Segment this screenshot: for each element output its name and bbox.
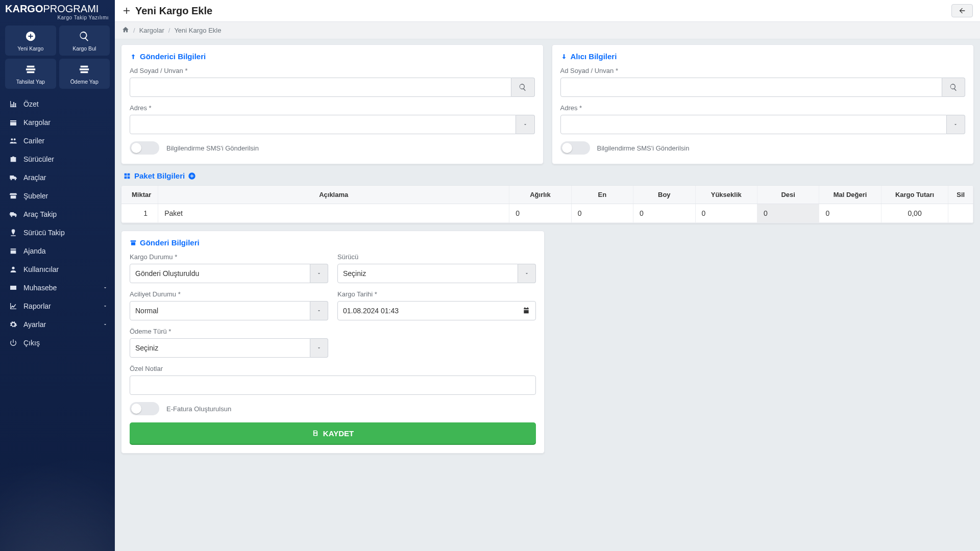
breadcrumb-current: Yeni Kargo Ekle	[174, 27, 221, 34]
store-icon	[9, 192, 17, 200]
packages-title: Paket Bilgileri	[123, 171, 972, 180]
caret-down-icon	[316, 308, 322, 313]
sidebar-nav: Özet Kargolar Cariler Sürücüler Araçlar …	[0, 92, 115, 352]
nav-surucu-takip[interactable]: Sürücü Takip	[0, 223, 115, 242]
einvoice-toggle[interactable]	[130, 402, 159, 415]
driver-dropdown-button[interactable]	[518, 264, 536, 283]
driver-select[interactable]	[337, 264, 518, 283]
receiver-title: Alıcı Bilgileri	[560, 52, 966, 61]
sender-name-input[interactable]	[130, 78, 511, 97]
quick-find-label: Kargo Bul	[61, 45, 108, 52]
receiver-sms-toggle[interactable]	[560, 141, 590, 155]
receiver-name-search-button[interactable]	[942, 78, 965, 97]
cell-sil[interactable]	[948, 204, 973, 223]
breadcrumb-kargolar[interactable]: Kargolar	[139, 27, 164, 34]
nav-suruculer[interactable]: Sürücüler	[0, 150, 115, 168]
sender-address-dropdown-button[interactable]	[516, 115, 534, 134]
status-label: Kargo Durumu *	[130, 253, 328, 261]
receiver-sms-label: Bilgilendirme SMS'i Gönderilsin	[597, 144, 690, 152]
search-icon	[79, 31, 90, 42]
nav-arac-takip[interactable]: Araç Takip	[0, 205, 115, 223]
nav-subeler[interactable]: Şubeler	[0, 187, 115, 205]
cash-register-icon	[79, 64, 90, 75]
priority-dropdown-button[interactable]	[310, 301, 328, 320]
cell-aciklama[interactable]: Paket	[158, 204, 509, 223]
calendar-icon	[9, 247, 17, 255]
caret-down-icon	[953, 122, 958, 127]
payment-select[interactable]	[130, 338, 310, 358]
nav-ayarlar[interactable]: Ayarlar	[0, 315, 115, 334]
sender-sms-toggle[interactable]	[130, 141, 159, 155]
save-icon	[312, 430, 319, 437]
einvoice-label: E-Fatura Oluşturulsun	[166, 405, 231, 413]
chart-icon	[9, 100, 17, 108]
receiver-address-dropdown-button[interactable]	[947, 115, 965, 134]
cell-en[interactable]: 0	[571, 204, 633, 223]
chevron-down-icon	[103, 320, 108, 329]
arrow-up-icon	[130, 53, 137, 60]
save-button[interactable]: KAYDET	[130, 422, 536, 444]
nav-cikis[interactable]: Çıkış	[0, 334, 115, 352]
receiver-card: Alıcı Bilgileri Ad Soyad / Unvan * Adres…	[552, 44, 974, 164]
calendar-icon	[522, 307, 530, 315]
status-select[interactable]	[130, 264, 310, 283]
quick-find-cargo-button[interactable]: Kargo Bul	[59, 26, 110, 56]
caret-down-icon	[523, 122, 528, 127]
cell-yukseklik[interactable]: 0	[695, 204, 757, 223]
chevron-down-icon	[103, 284, 108, 292]
sender-card: Gönderici Bilgileri Ad Soyad / Unvan * A…	[121, 44, 544, 164]
date-input[interactable]: 01.08.2024 01:43	[337, 301, 536, 320]
cash-register-icon	[25, 64, 36, 75]
cell-desi[interactable]: 0	[757, 204, 819, 223]
quick-new-cargo-button[interactable]: Yeni Kargo	[5, 26, 56, 56]
nav-araclar[interactable]: Araçlar	[0, 168, 115, 187]
receiver-name-input[interactable]	[560, 78, 942, 97]
sender-name-search-button[interactable]	[511, 78, 534, 97]
receiver-address-select[interactable]	[560, 115, 947, 134]
table-row[interactable]: 1 Paket 0 0 0 0 0 0 0,00	[121, 204, 973, 223]
col-yukseklik: Yükseklik	[695, 186, 757, 204]
nav-ajanda[interactable]: Ajanda	[0, 242, 115, 260]
receiver-address-label: Adres *	[560, 104, 966, 112]
users-icon	[9, 137, 17, 145]
nav-kargolar[interactable]: Kargolar	[0, 113, 115, 132]
nav-raporlar[interactable]: Raporlar	[0, 297, 115, 315]
arrow-down-icon	[560, 53, 568, 60]
caret-down-icon	[316, 345, 322, 350]
sender-sms-label: Bilgilendirme SMS'i Gönderilsin	[166, 144, 259, 152]
archive-icon	[130, 239, 137, 246]
back-button[interactable]	[951, 4, 973, 17]
add-package-button[interactable]	[188, 172, 196, 180]
date-value: 01.08.2024 01:43	[343, 307, 399, 315]
payment-dropdown-button[interactable]	[310, 338, 328, 358]
cell-miktar[interactable]: 1	[121, 204, 158, 223]
breadcrumb-home[interactable]	[122, 26, 129, 35]
priority-select[interactable]	[130, 301, 310, 320]
nav-muhasebe[interactable]: Muhasebe	[0, 279, 115, 297]
cell-agirlik[interactable]: 0	[509, 204, 571, 223]
status-dropdown-button[interactable]	[310, 264, 328, 283]
nav-ozet[interactable]: Özet	[0, 95, 115, 113]
notes-input[interactable]	[130, 375, 536, 395]
cell-maldegeri[interactable]: 0	[819, 204, 881, 223]
sender-address-select[interactable]	[130, 115, 516, 134]
search-icon	[519, 83, 527, 91]
col-kargotutari: Kargo Tutarı	[881, 186, 948, 204]
nav-kullanicilar[interactable]: Kullanıcılar	[0, 260, 115, 279]
sender-title: Gönderici Bilgileri	[130, 52, 535, 61]
sender-name-label: Ad Soyad / Unvan *	[130, 67, 535, 74]
user-location-icon	[9, 229, 17, 237]
briefcase-icon	[9, 155, 17, 163]
app-logo: KARGOPROGRAMI Kargo Takip Yazılımı	[0, 0, 115, 21]
power-icon	[9, 339, 17, 347]
quick-pay-button[interactable]: Ödeme Yap	[59, 59, 110, 89]
cell-boy[interactable]: 0	[633, 204, 695, 223]
gear-icon	[9, 320, 17, 329]
nav-cariler[interactable]: Cariler	[0, 132, 115, 150]
cell-kargotutari[interactable]: 0,00	[881, 204, 948, 223]
logo-light: PROGRAMI	[43, 3, 99, 14]
col-miktar: Miktar	[121, 186, 158, 204]
arrow-left-icon	[957, 7, 967, 15]
box-icon	[9, 118, 17, 127]
quick-collect-button[interactable]: Tahsilat Yap	[5, 59, 56, 89]
